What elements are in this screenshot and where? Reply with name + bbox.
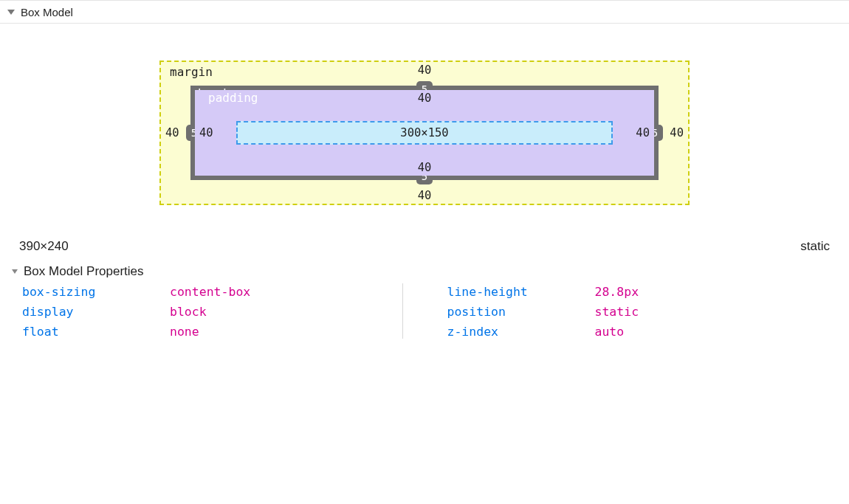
padding-label: padding <box>208 91 258 105</box>
box-model-properties-header[interactable]: Box Model Properties <box>0 261 849 285</box>
computed-size-row: 390×240 static <box>0 235 849 261</box>
prop-key[interactable]: display <box>22 305 170 319</box>
properties-column-right: line-height 28.8px position static z-ind… <box>403 285 828 339</box>
properties-column-left: box-sizing content-box display block flo… <box>22 285 402 339</box>
properties-title: Box Model Properties <box>24 264 144 279</box>
prop-value: static <box>595 305 828 319</box>
prop-value: auto <box>595 325 828 339</box>
prop-key[interactable]: box-sizing <box>22 285 170 299</box>
content-region[interactable]: 300×150 <box>236 121 613 145</box>
collapse-icon[interactable] <box>7 10 15 15</box>
box-model-diagram: margin 40 40 40 40 border 5 5 5 5 paddin… <box>0 24 849 235</box>
collapse-icon[interactable] <box>12 269 18 274</box>
margin-bottom-value[interactable]: 40 <box>418 189 432 202</box>
margin-left-value[interactable]: 40 <box>165 126 179 139</box>
position-type: static <box>800 239 830 254</box>
prop-key[interactable]: position <box>447 305 595 319</box>
padding-bottom-value[interactable]: 40 <box>418 161 432 174</box>
prop-key[interactable]: z-index <box>447 325 595 339</box>
box-model-panel-header[interactable]: Box Model <box>0 0 849 24</box>
prop-key[interactable]: line-height <box>447 285 595 299</box>
panel-title: Box Model <box>21 6 73 18</box>
properties-grid: box-sizing content-box display block flo… <box>0 285 849 339</box>
prop-value: content-box <box>170 285 402 299</box>
prop-value: block <box>170 305 402 319</box>
margin-right-value[interactable]: 40 <box>670 126 684 139</box>
margin-top-value[interactable]: 40 <box>418 63 432 77</box>
prop-value: none <box>170 325 402 339</box>
prop-value: 28.8px <box>595 285 828 299</box>
padding-top-value[interactable]: 40 <box>418 92 432 105</box>
padding-region[interactable]: padding 40 40 40 40 300×150 <box>195 90 654 176</box>
outer-dimensions: 390×240 <box>19 239 69 254</box>
padding-left-value[interactable]: 40 <box>199 126 213 139</box>
content-size: 300×150 <box>400 126 448 139</box>
prop-key[interactable]: float <box>22 325 170 339</box>
margin-label: margin <box>170 65 213 79</box>
border-region[interactable]: border 5 5 5 5 padding 40 40 40 40 300×1… <box>190 86 659 180</box>
padding-right-value[interactable]: 40 <box>636 126 650 139</box>
margin-region[interactable]: margin 40 40 40 40 border 5 5 5 5 paddin… <box>159 61 690 205</box>
